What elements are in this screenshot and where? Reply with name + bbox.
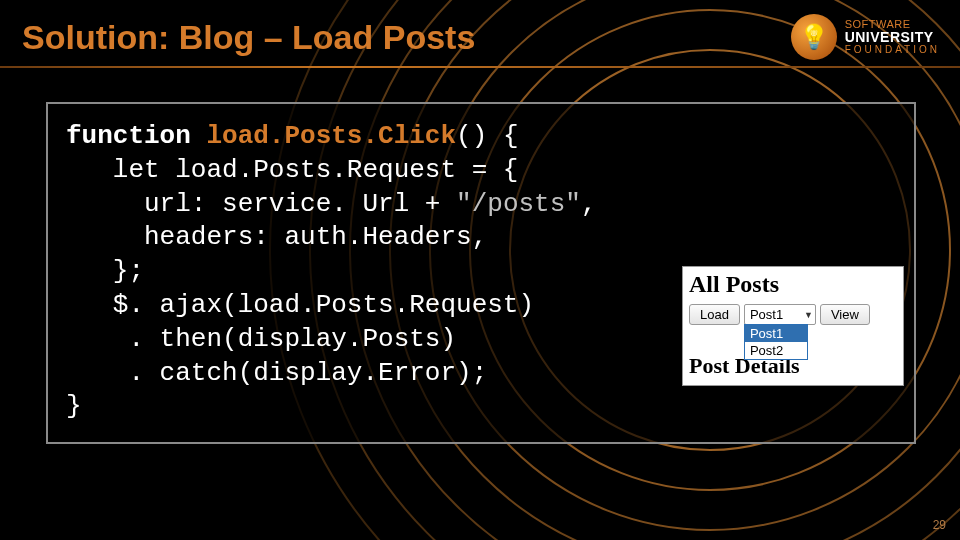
code-kw-function: function bbox=[66, 121, 206, 151]
chevron-down-icon: ▼ bbox=[804, 310, 813, 320]
code-l7: . then(display.Posts) bbox=[66, 324, 456, 354]
code-l5: }; bbox=[66, 256, 144, 286]
select-dropdown[interactable]: Post1 Post2 bbox=[744, 324, 808, 360]
view-button[interactable]: View bbox=[820, 304, 870, 325]
brand-logo: 💡 SOFTWARE UNIVERSITY FOUNDATION bbox=[791, 14, 940, 60]
code-l8: . catch(display.Error); bbox=[66, 358, 487, 388]
code-l9: } bbox=[66, 391, 82, 421]
code-string-posts: "/posts" bbox=[456, 189, 581, 219]
code-l3a: url: service. Url + bbox=[66, 189, 456, 219]
logo-line-2: UNIVERSITY bbox=[845, 30, 940, 45]
code-l3c: , bbox=[581, 189, 597, 219]
logo-line-3: FOUNDATION bbox=[845, 45, 940, 56]
page-number: 29 bbox=[933, 518, 946, 532]
load-button[interactable]: Load bbox=[689, 304, 740, 325]
code-l1c: () { bbox=[456, 121, 518, 151]
ui-preview-panel: All Posts Load Post1 ▼ Post1 Post2 View … bbox=[682, 266, 904, 386]
code-l6: $. ajax(load.Posts.Request) bbox=[66, 290, 534, 320]
posts-select[interactable]: Post1 ▼ Post1 Post2 bbox=[744, 304, 816, 325]
code-fn-name: load.Posts.Click bbox=[206, 121, 456, 151]
title-underline bbox=[0, 66, 960, 68]
preview-heading: All Posts bbox=[683, 267, 903, 300]
lightbulb-icon: 💡 bbox=[791, 14, 837, 60]
select-option[interactable]: Post2 bbox=[745, 342, 807, 359]
code-l4: headers: auth.Headers, bbox=[66, 222, 487, 252]
slide-title: Solution: Blog – Load Posts bbox=[22, 18, 475, 57]
code-l2: let load.Posts.Request = { bbox=[66, 155, 518, 185]
select-value: Post1 bbox=[750, 307, 783, 322]
select-option[interactable]: Post1 bbox=[745, 325, 807, 342]
